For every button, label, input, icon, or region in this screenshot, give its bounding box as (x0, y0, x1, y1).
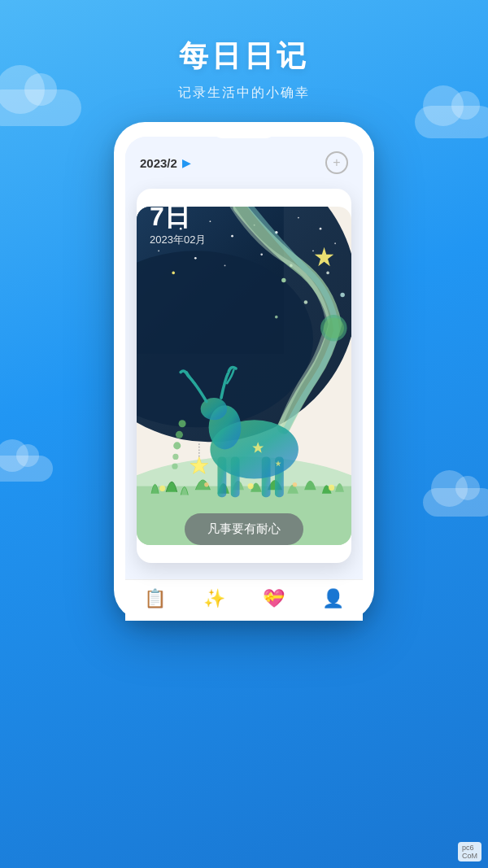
card-month: 2023年02月 (150, 233, 206, 247)
title-section: 每日日记 记录生活中的小确幸 (0, 0, 488, 102)
svg-point-24 (275, 316, 278, 319)
svg-point-20 (281, 278, 285, 282)
svg-point-22 (326, 272, 329, 275)
card-day: 7日 (150, 203, 206, 229)
cloud-decoration-top-right (415, 106, 488, 138)
cloud-decoration-mid-left (0, 456, 53, 482)
discover-icon: ✨ (203, 588, 225, 609)
svg-point-48 (173, 442, 181, 449)
svg-point-17 (260, 253, 263, 255)
nav-item-diary[interactable]: 📋 (125, 588, 185, 609)
svg-point-46 (179, 420, 186, 427)
svg-point-31 (204, 482, 208, 486)
diary-card[interactable]: 7日 2023年02月 凡事要有耐心 (137, 189, 351, 563)
add-button[interactable]: + (325, 151, 348, 174)
svg-point-23 (340, 293, 344, 297)
svg-point-33 (293, 482, 297, 486)
svg-point-27 (324, 318, 344, 338)
date-display: 2023/2 (140, 156, 177, 170)
card-date-overlay: 7日 2023年02月 (137, 189, 219, 262)
watermark-com: CoM (462, 852, 477, 860)
sub-title: 记录生活中的小确幸 (0, 85, 488, 102)
phone-frame: 2023/2 ▶ + (114, 122, 374, 621)
app-header: 2023/2 ▶ + (125, 137, 363, 182)
watermark: pc6 CoM (458, 842, 481, 861)
card-quote: 凡事要有耐心 (185, 513, 303, 545)
nav-item-mood[interactable]: 💝 (244, 588, 303, 609)
svg-point-30 (159, 486, 165, 491)
svg-point-12 (334, 242, 336, 244)
svg-point-47 (176, 431, 183, 438)
svg-point-11 (320, 228, 322, 230)
watermark-text: pc6 (462, 844, 474, 852)
phone-screen: 2023/2 ▶ + (125, 137, 363, 621)
svg-point-7 (231, 235, 233, 238)
phone-notch (211, 122, 277, 138)
svg-point-19 (312, 250, 314, 251)
profile-icon: 👤 (322, 588, 344, 609)
svg-point-50 (172, 464, 177, 469)
svg-point-21 (304, 300, 308, 304)
svg-point-10 (298, 217, 299, 219)
phone-mockup: 2023/2 ▶ + (114, 122, 374, 621)
cloud-decoration-mid-right (423, 488, 488, 517)
svg-point-34 (329, 485, 334, 491)
nav-item-profile[interactable]: 👤 (303, 588, 363, 609)
svg-point-15 (224, 264, 226, 266)
main-title: 每日日记 (0, 37, 488, 76)
bottom-nav: 📋 ✨ 💝 👤 (125, 579, 363, 621)
svg-point-32 (248, 483, 254, 489)
diary-icon: 📋 (144, 588, 166, 609)
nav-item-discover[interactable]: ✨ (185, 588, 244, 609)
mood-icon: 💝 (263, 588, 285, 609)
nav-arrow-icon[interactable]: ▶ (182, 157, 190, 169)
svg-point-16 (172, 272, 175, 275)
date-nav: 2023/2 ▶ (140, 156, 190, 170)
svg-point-49 (172, 454, 178, 460)
